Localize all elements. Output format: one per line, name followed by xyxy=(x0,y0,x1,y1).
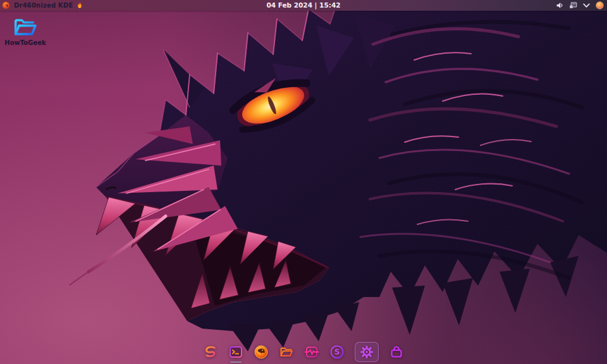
svg-text:S: S xyxy=(334,348,340,356)
system-tray xyxy=(556,1,607,9)
dock-item-settings[interactable] xyxy=(355,344,379,360)
clock[interactable]: 04 Feb 2024 | 15:42 xyxy=(0,0,607,11)
s-badge-icon: S xyxy=(329,344,345,360)
terminal-icon xyxy=(228,344,243,360)
fire-icon xyxy=(77,2,83,9)
desktop-root: Dr460nized KDE 04 Feb 2024 | 15:42 xyxy=(0,0,607,364)
user-avatar[interactable] xyxy=(596,1,604,9)
panel-left-section: Dr460nized KDE xyxy=(0,0,83,11)
dragon-browser-icon xyxy=(254,344,269,360)
dock-item-s-swoosh[interactable] xyxy=(203,344,218,360)
dock-item-dragon-browser[interactable] xyxy=(254,344,269,360)
pulse-monitor-icon xyxy=(304,344,319,360)
folder-icon xyxy=(279,344,294,360)
active-app-highlight xyxy=(355,342,379,362)
gear-icon xyxy=(359,344,374,360)
desktop-icon-howtogeek[interactable]: HowToGeek xyxy=(4,16,47,46)
shopping-bag-icon xyxy=(389,344,404,360)
dock-item-s-badge[interactable]: S xyxy=(329,344,345,360)
folder-icon xyxy=(12,16,39,38)
clipboard-icon[interactable] xyxy=(569,1,577,9)
dock-item-pulse-monitor[interactable] xyxy=(304,344,319,360)
dock-item-terminal[interactable] xyxy=(228,344,243,360)
running-indicator xyxy=(230,361,242,363)
garuda-logo-icon[interactable] xyxy=(2,1,10,9)
dock-item-file-manager[interactable] xyxy=(279,344,294,360)
dragon-wallpaper xyxy=(0,0,607,364)
desktop-icon-label: HowToGeek xyxy=(4,39,47,46)
expand-chevron-icon[interactable] xyxy=(582,1,591,9)
active-window-title: Dr460nized KDE xyxy=(14,0,73,11)
top-panel: Dr460nized KDE 04 Feb 2024 | 15:42 xyxy=(0,0,607,11)
volume-icon[interactable] xyxy=(556,1,564,9)
s-swoosh-icon xyxy=(203,344,218,360)
dock-item-software-center[interactable] xyxy=(389,344,404,360)
dock: S xyxy=(203,342,404,362)
